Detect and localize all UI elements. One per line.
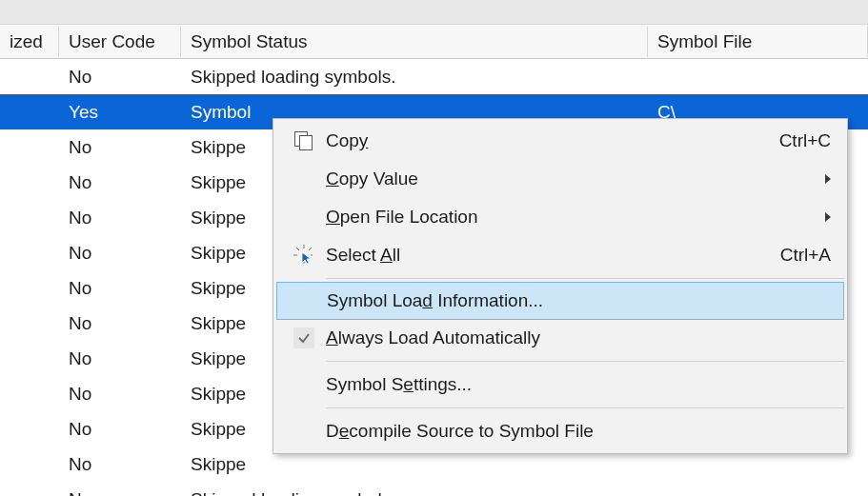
menu-always-load-automatically[interactable]: Always Load Automatically — [276, 319, 844, 357]
menu-symbol-load-information[interactable]: Symbol Load Information... — [276, 282, 844, 320]
menu-copy-label: Copy — [326, 130, 779, 151]
menu-open-file-location[interactable]: Open File Location — [276, 198, 844, 236]
context-menu: Copy Ctrl+C Copy Value Open File Locatio… — [273, 118, 848, 454]
chevron-right-icon — [825, 212, 831, 222]
cell-user-code: No — [59, 169, 181, 197]
cell-symbol-file — [648, 73, 868, 81]
cell-user-code: No — [59, 380, 181, 408]
cell-symbol-status: Skipped loading symbols. — [181, 486, 648, 497]
cell-optimized — [0, 249, 59, 257]
cell-user-code: No — [59, 274, 181, 303]
menu-symbol-settings-label: Symbol Settings... — [326, 374, 831, 395]
menu-copy-value-label: Copy Value — [326, 169, 818, 189]
menu-select-all[interactable]: Select All Ctrl+A — [276, 236, 844, 274]
cell-optimized — [0, 179, 59, 187]
menu-copy-shortcut: Ctrl+C — [779, 130, 831, 151]
cell-user-code: No — [59, 204, 181, 232]
check-icon — [282, 327, 326, 348]
svg-line-4 — [296, 248, 299, 250]
cell-user-code: No — [59, 239, 181, 268]
cell-optimized — [0, 214, 59, 222]
cell-user-code: No — [59, 415, 181, 444]
menu-symbol-load-information-label: Symbol Load Information... — [327, 290, 830, 311]
cell-optimized — [0, 355, 59, 363]
cell-user-code: No — [59, 450, 181, 479]
col-header-user-code[interactable]: User Code — [59, 27, 181, 57]
cell-optimized — [0, 144, 59, 151]
cell-symbol-status: Skipped loading symbols. — [181, 63, 648, 91]
col-header-optimized[interactable]: ized — [0, 27, 59, 57]
svg-line-5 — [309, 248, 312, 250]
menu-select-all-shortcut: Ctrl+A — [780, 245, 831, 266]
menu-separator — [326, 278, 844, 279]
cell-optimized — [0, 285, 59, 292]
table-header: ized User Code Symbol Status Symbol File — [0, 25, 868, 59]
menu-copy[interactable]: Copy Ctrl+C — [276, 122, 844, 160]
cell-optimized — [0, 109, 59, 116]
table-row[interactable]: NoSkipped loading symbols. — [0, 59, 868, 94]
menu-decompile-label: Decompile Source to Symbol File — [326, 421, 831, 442]
cell-optimized — [0, 390, 59, 398]
menu-separator — [326, 407, 844, 408]
cursor-icon — [282, 245, 326, 266]
menu-copy-value[interactable]: Copy Value — [276, 160, 844, 198]
cell-user-code: No — [59, 345, 181, 373]
cell-symbol-status: Skippe — [181, 450, 648, 479]
col-header-symbol-status[interactable]: Symbol Status — [181, 27, 648, 57]
cell-user-code: No — [59, 486, 181, 497]
menu-decompile-source[interactable]: Decompile Source to Symbol File — [276, 412, 844, 450]
cell-symbol-file — [648, 461, 868, 468]
menu-symbol-settings[interactable]: Symbol Settings... — [276, 366, 844, 404]
chevron-right-icon — [825, 174, 831, 184]
menu-separator — [326, 361, 844, 362]
cell-optimized — [0, 73, 59, 81]
cell-user-code: No — [59, 309, 181, 338]
cell-optimized — [0, 320, 59, 327]
cell-user-code: No — [59, 133, 181, 162]
menu-open-file-location-label: Open File Location — [326, 207, 818, 228]
cell-optimized — [0, 426, 59, 433]
col-header-symbol-file[interactable]: Symbol File — [648, 27, 868, 57]
cell-optimized — [0, 461, 59, 468]
cell-user-code: Yes — [59, 98, 181, 127]
menu-always-load-label: Always Load Automatically — [326, 327, 831, 348]
table-row[interactable]: NoSkipped loading symbols. — [0, 482, 868, 496]
menu-select-all-label: Select All — [326, 245, 780, 266]
copy-icon — [282, 131, 326, 150]
cell-user-code: No — [59, 63, 181, 91]
window-toolbar-strip — [0, 0, 868, 25]
